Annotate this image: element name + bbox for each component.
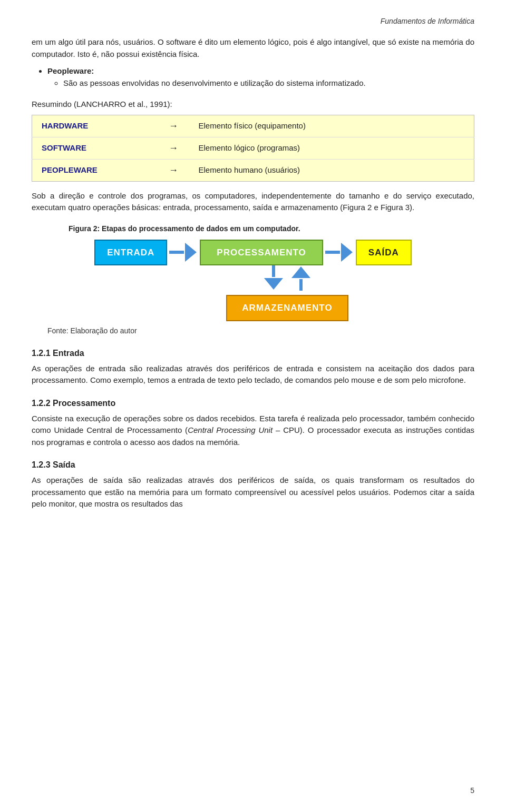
- paragraph-122: Consiste na execução de operações sobre …: [32, 413, 474, 449]
- table-key-hardware: HARDWARE: [32, 115, 156, 137]
- paragraph-2: Sob a direção e controle dos programas, …: [32, 190, 474, 214]
- box-saida: SAÍDA: [356, 240, 412, 266]
- bullet-section: Peopleware: São as pessoas envolvidas no…: [42, 65, 474, 89]
- paragraph-123: As operações de saída são realizadas atr…: [32, 474, 474, 510]
- processamento-label: PROCESSAMENTO: [217, 247, 306, 258]
- table-row: PEOPLEWARE → Elemento humano (usuários): [32, 159, 474, 181]
- diagram-container: ENTRADA PROCESSAMENTO SAÍDA: [32, 240, 474, 336]
- figura2-desc: Etapas do processamento de dados em um c…: [102, 224, 300, 233]
- figura2-label: Figura 2: Etapas do processamento de dad…: [69, 223, 474, 234]
- arrow-right-2: [341, 243, 353, 262]
- section-121-heading: 1.2.1 Entrada: [32, 347, 474, 360]
- peopleware-sub-text: São as pessoas envolvidas no desenvolvim…: [63, 78, 366, 87]
- table-row: HARDWARE → Elemento físico (equipamento): [32, 115, 474, 137]
- box-entrada: ENTRADA: [94, 240, 167, 266]
- paragraph-121: As operações de entrada são realizadas a…: [32, 363, 474, 387]
- section-123-heading: 1.2.3 Saída: [32, 459, 474, 471]
- fonte-text: Fonte: Elaboração do autor: [47, 326, 137, 335]
- resumindo-label: Resumindo (LANCHARRO et al., 1991):: [32, 98, 474, 111]
- bullet-peopleware: Peopleware: São as pessoas envolvidas no…: [47, 65, 474, 89]
- section-122-heading: 1.2.2 Processamento: [32, 397, 474, 410]
- entrada-label: ENTRADA: [107, 247, 154, 258]
- diagram-top-row: ENTRADA PROCESSAMENTO SAÍDA: [94, 240, 412, 266]
- armazenamento-label: ARMAZENAMENTO: [242, 303, 332, 313]
- table-arrow-hardware: →: [155, 115, 191, 137]
- paragraph-1: em um algo útil para nós, usuários. O so…: [32, 36, 474, 60]
- peopleware-label: Peopleware:: [47, 66, 94, 75]
- box-armazenamento: ARMAZENAMENTO: [226, 295, 348, 321]
- diagram-bottom-row: ARMAZENAMENTO: [158, 291, 348, 321]
- table-row: SOFTWARE → Elemento lógico (programas): [32, 137, 474, 159]
- fonte-label: Fonte: Elaboração do autor: [32, 325, 137, 336]
- table-arrow-software: →: [155, 137, 191, 159]
- resumindo-text: Resumindo (LANCHARRO et al., 1991):: [32, 100, 172, 108]
- arrow-down: [264, 278, 283, 290]
- table-arrow-peopleware: →: [155, 159, 191, 181]
- sub-bullet-peopleware: São as pessoas envolvidas no desenvolvim…: [63, 77, 474, 90]
- table-key-peopleware: PEOPLEWARE: [32, 159, 156, 181]
- page-header: Fundamentos de Informática: [32, 16, 474, 27]
- diagram-middle: PROCESSAMENTO: [200, 240, 323, 266]
- table-val-peopleware: Elemento humano (usuários): [191, 159, 474, 181]
- page-num-text: 5: [470, 786, 474, 795]
- header-title: Fundamentos de Informática: [381, 17, 474, 25]
- table-key-software: SOFTWARE: [32, 137, 156, 159]
- figura2-bold-label: Figura 2:: [69, 224, 100, 233]
- summary-table: HARDWARE → Elemento físico (equipamento)…: [32, 115, 474, 182]
- arrow-up: [291, 266, 310, 278]
- saida-label: SAÍDA: [368, 247, 399, 258]
- table-val-hardware: Elemento físico (equipamento): [191, 115, 474, 137]
- box-processamento: PROCESSAMENTO: [200, 240, 323, 266]
- para-122-italic: Central Processing Unit: [188, 425, 273, 434]
- arrow-right-1: [185, 243, 197, 262]
- table-val-software: Elemento lógico (programas): [191, 137, 474, 159]
- page-number: 5: [470, 785, 474, 796]
